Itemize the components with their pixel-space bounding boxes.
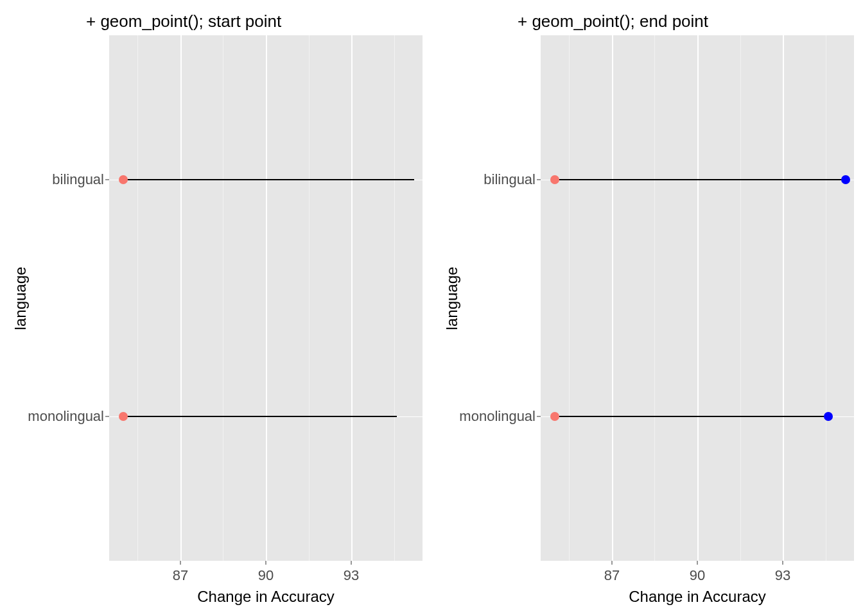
x-tick-label: 87 (604, 567, 620, 584)
grid-line-minor (223, 35, 223, 561)
x-tick-label: 87 (173, 567, 188, 584)
y-tick-label: monolingual (28, 408, 104, 425)
grid-line-major (180, 35, 182, 561)
segment (555, 416, 828, 417)
x-axis-label: Change in Accuracy (541, 588, 854, 616)
grid-line-major (266, 35, 267, 561)
plot-row: language bilingual monolingual (9, 35, 423, 561)
y-tick-column: bilingual monolingual (464, 35, 541, 561)
x-tick-mark (351, 561, 352, 565)
data-point (824, 412, 833, 421)
y-axis-label-wrap: language (440, 35, 464, 561)
x-axis-row: 879093 (9, 561, 423, 588)
data-point (841, 175, 850, 184)
data-point (119, 412, 128, 421)
plot-panel-wrap (541, 35, 854, 561)
data-point (550, 175, 559, 184)
y-tick-label: bilingual (52, 171, 104, 188)
x-tick-label: 90 (690, 567, 705, 584)
y-tick-label: monolingual (459, 408, 536, 425)
plot-panel (541, 35, 854, 561)
x-tick-label: 93 (775, 567, 790, 584)
x-tick-mark (783, 561, 783, 565)
y-axis-label-wrap: language (9, 35, 32, 561)
grid-line-minor (826, 35, 826, 561)
data-point (550, 412, 559, 421)
x-tick-area: 879093 (541, 561, 854, 588)
x-tick-mark (266, 561, 266, 565)
x-axis-label: Change in Accuracy (109, 588, 423, 616)
grid-line-minor (309, 35, 309, 561)
x-tick-label: 90 (258, 567, 274, 584)
grid-line-minor (394, 35, 395, 561)
grid-line-major (697, 35, 699, 561)
segment (123, 179, 414, 180)
figure: + geom_point(); start point language bil… (0, 0, 863, 616)
y-axis-label: language (12, 266, 30, 330)
x-tick-mark (697, 561, 698, 565)
grid-line-minor (137, 35, 138, 561)
segment (555, 179, 846, 180)
segment (123, 416, 397, 417)
plot-panel (109, 35, 423, 561)
grid-line-major (783, 35, 784, 561)
grid-line-major (612, 35, 613, 561)
x-tick-area: 879093 (109, 561, 423, 588)
x-tick-label: 93 (344, 567, 359, 584)
facet-right: + geom_point(); end point language bilin… (432, 0, 863, 616)
grid-line-major (351, 35, 353, 561)
grid-line-minor (740, 35, 741, 561)
plot-title: + geom_point(); end point (518, 0, 854, 35)
grid-line-minor (654, 35, 655, 561)
x-tick-mark (611, 561, 612, 565)
y-tick-label: bilingual (484, 171, 536, 188)
y-axis-label: language (443, 266, 461, 330)
grid-line-minor (569, 35, 570, 561)
plot-title: + geom_point(); start point (86, 0, 423, 35)
y-tick-column: bilingual monolingual (32, 35, 109, 561)
data-point (119, 175, 128, 184)
facet-left: + geom_point(); start point language bil… (0, 0, 432, 616)
plot-row: language bilingual monolingual (440, 35, 854, 561)
plot-panel-wrap (109, 35, 423, 561)
x-axis-row: 879093 (440, 561, 854, 588)
x-tick-mark (180, 561, 180, 565)
